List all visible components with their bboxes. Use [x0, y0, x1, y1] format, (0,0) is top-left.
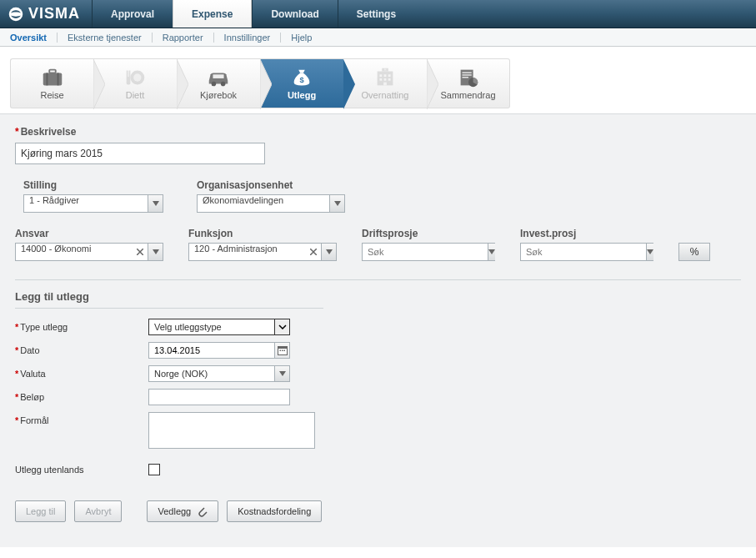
svg-rect-2 [49, 70, 56, 73]
wizard-step-label: Sammendrag [440, 90, 495, 100]
attachment-icon [196, 505, 208, 517]
vedlegg-button[interactable]: Vedlegg [147, 500, 218, 522]
svg-rect-24 [379, 78, 382, 81]
wizard-step-reise[interactable]: Reise [10, 58, 93, 108]
svg-rect-31 [462, 74, 471, 75]
formal-label: *Formål [15, 412, 148, 425]
dato-label: *Dato [15, 345, 148, 355]
dato-input-wrap [148, 342, 290, 359]
dato-input[interactable] [149, 345, 274, 355]
svg-point-0 [9, 7, 23, 21]
logo-text: VISMA [28, 5, 80, 23]
svg-marker-17 [343, 59, 355, 109]
svg-rect-32 [462, 77, 468, 78]
funksjon-label: Funksjon [188, 228, 337, 239]
org-value: Økonomiavdelingen [198, 195, 329, 212]
driftsprosje-input[interactable] [363, 244, 488, 260]
chevron-down-icon[interactable] [274, 319, 289, 334]
valuta-select[interactable]: Norge (NOK) [148, 365, 290, 382]
svg-marker-38 [153, 249, 159, 254]
subnav-eksterne[interactable]: Eksterne tjenester [58, 33, 153, 43]
svg-rect-46 [279, 350, 281, 352]
dropdown-icon[interactable] [321, 244, 336, 260]
funksjon-select[interactable]: 120 - Administrasjon [188, 243, 337, 261]
svg-rect-21 [379, 74, 382, 77]
subnav-rapporter[interactable]: Rapporter [153, 33, 214, 43]
wizard-step-overnatting[interactable]: H Overnatting [343, 58, 427, 108]
kostnadsfordeling-button[interactable]: Kostnadsfordeling [227, 500, 322, 522]
svg-rect-48 [283, 350, 285, 352]
wizard-step-label: Utlegg [288, 90, 316, 100]
top-header: VISMA Approval Expense Download Settings [0, 0, 756, 28]
svg-marker-11 [177, 59, 188, 109]
dropdown-icon[interactable] [148, 195, 163, 212]
investprosj-input[interactable] [521, 244, 646, 260]
svg-point-12 [212, 82, 217, 87]
sub-nav: Oversikt Eksterne tjenester Rapporter In… [0, 28, 756, 47]
stilling-value: 1 - Rådgiver [24, 195, 148, 212]
svg-rect-30 [462, 72, 471, 73]
wizard-step-label: Overnatting [362, 90, 409, 100]
leggtil-button[interactable]: Legg til [15, 500, 66, 522]
org-label: Organisasjonsenhet [197, 179, 345, 191]
subnav-oversikt[interactable]: Oversikt [10, 33, 58, 43]
svg-text:H: H [384, 68, 387, 72]
clear-icon[interactable] [306, 244, 321, 260]
separator [15, 279, 741, 280]
svg-rect-27 [383, 83, 387, 86]
belop-input[interactable] [148, 389, 290, 405]
tab-approval[interactable]: Approval [92, 0, 173, 28]
svg-marker-28 [427, 59, 438, 109]
stilling-select[interactable]: 1 - Rådgiver [23, 194, 163, 213]
wizard-step-utlegg[interactable]: $ Utlegg [260, 58, 343, 108]
valuta-value: Norge (NOK) [149, 369, 274, 379]
svg-marker-43 [647, 249, 653, 254]
logo: VISMA [0, 0, 92, 28]
percent-button[interactable]: % [678, 243, 710, 261]
beskrivelse-input[interactable] [15, 143, 265, 164]
valuta-label: *Valuta [15, 369, 148, 379]
utlegg-section-header: Legg til utlegg [15, 290, 323, 309]
driftsprosje-search[interactable] [362, 243, 495, 261]
utenlands-checkbox[interactable] [148, 464, 160, 475]
summary-icon [456, 67, 481, 88]
car-icon [206, 67, 231, 88]
wizard-step-diett[interactable]: Diett [93, 58, 177, 108]
belop-label: *Beløp [15, 392, 148, 402]
subnav-innstillinger[interactable]: Innstillinger [214, 33, 282, 43]
meal-icon [123, 67, 148, 88]
tab-settings[interactable]: Settings [338, 0, 414, 28]
svg-point-13 [221, 82, 226, 87]
type-utlegg-label: *Type utlegg [15, 322, 148, 332]
calendar-icon[interactable] [274, 343, 289, 358]
type-utlegg-select[interactable]: Velg utleggstype [148, 319, 290, 335]
org-select[interactable]: Økonomiavdelingen [197, 194, 345, 213]
ansvar-select[interactable]: 14000 - Økonomi [15, 243, 163, 261]
funksjon-value: 120 - Administrasjon [189, 244, 306, 260]
tab-download[interactable]: Download [252, 0, 337, 28]
hotel-icon: H [373, 67, 398, 88]
tab-expense[interactable]: Expense [173, 0, 252, 28]
subnav-hjelp[interactable]: Hjelp [281, 33, 322, 43]
formal-textarea[interactable] [148, 412, 315, 449]
svg-rect-14 [213, 74, 223, 78]
dropdown-icon[interactable] [488, 244, 495, 260]
driftsprosje-label: Driftsprosje [362, 228, 495, 239]
svg-marker-42 [488, 249, 495, 254]
dropdown-icon[interactable] [274, 366, 289, 381]
svg-point-7 [133, 73, 141, 81]
dropdown-icon[interactable] [646, 244, 653, 260]
logo-swirl-icon [8, 7, 23, 22]
button-row: Legg til Avbryt Vedlegg Kostnadsfordelin… [15, 500, 741, 522]
dropdown-icon[interactable] [148, 244, 163, 260]
wizard-step-sammendrag[interactable]: Sammendrag [427, 58, 510, 108]
svg-marker-34 [153, 201, 159, 206]
dropdown-icon[interactable] [329, 195, 344, 212]
main-content: *Beskrivelse Stilling 1 - Rådgiver Organ… [0, 113, 756, 547]
svg-rect-25 [384, 78, 387, 81]
investprosj-search[interactable] [520, 243, 653, 261]
clear-icon[interactable] [133, 244, 148, 260]
avbryt-button[interactable]: Avbryt [74, 500, 122, 522]
svg-rect-22 [384, 74, 387, 77]
wizard-step-kjorebok[interactable]: Kjørebok [177, 58, 260, 108]
